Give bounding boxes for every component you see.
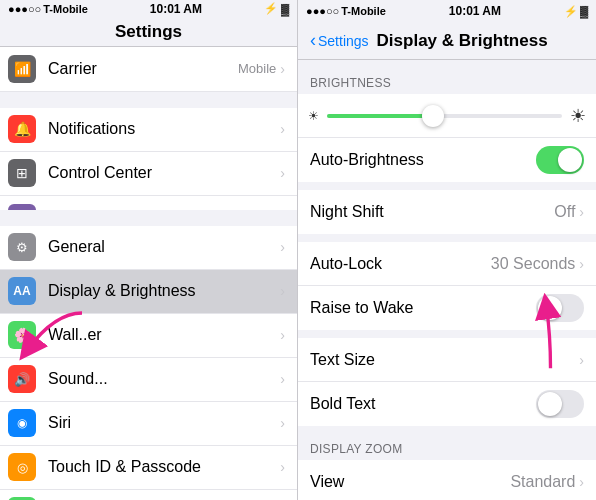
- notifications-icon: 🔔: [8, 115, 36, 143]
- brightness-slider-track[interactable]: [327, 114, 562, 118]
- control-center-label: Control Center: [48, 164, 280, 182]
- night-shift-chevron: ›: [579, 204, 584, 220]
- back-label: Settings: [318, 33, 369, 49]
- text-size-row[interactable]: Text Size ›: [298, 338, 596, 382]
- settings-row-battery[interactable]: 🔋 Battery ›: [0, 490, 297, 500]
- wallpaper-chevron: ›: [280, 327, 285, 343]
- settings-row-touchid[interactable]: ◎ Touch ID & Passcode ›: [0, 446, 297, 490]
- right-battery-icon: ▓: [580, 5, 588, 17]
- text-size-chevron: ›: [579, 352, 584, 368]
- auto-brightness-knob: [558, 148, 582, 172]
- left-signal: ●●●○○ T-Mobile: [8, 3, 88, 15]
- settings-row-display[interactable]: AA Display & Brightness ›: [0, 270, 297, 314]
- brightness-low-icon: ☀: [308, 109, 319, 123]
- right-nav-bar: ‹ Settings Display & Brightness: [298, 22, 596, 60]
- control-center-icon: ⊞: [8, 159, 36, 187]
- view-chevron: ›: [579, 474, 584, 490]
- gap-brightness-top: [298, 60, 596, 68]
- auto-lock-row[interactable]: Auto-Lock 30 Seconds ›: [298, 242, 596, 286]
- siri-icon: ◉: [8, 409, 36, 437]
- night-shift-row[interactable]: Night Shift Off ›: [298, 190, 596, 234]
- auto-brightness-label: Auto-Brightness: [310, 151, 536, 169]
- settings-row-control-center[interactable]: ⊞ Control Center ›: [0, 152, 297, 196]
- back-button[interactable]: ‹ Settings: [310, 30, 369, 51]
- settings-row-siri[interactable]: ◉ Siri ›: [0, 402, 297, 446]
- wallpaper-label: Wall..er: [48, 326, 280, 344]
- notifications-chevron: ›: [280, 121, 285, 137]
- bold-text-toggle[interactable]: [536, 390, 584, 418]
- gap-night-shift: [298, 182, 596, 190]
- gap-1: [0, 92, 297, 108]
- brightness-slider-thumb[interactable]: [422, 105, 444, 127]
- night-shift-label: Night Shift: [310, 203, 554, 221]
- display-icon: AA: [8, 277, 36, 305]
- left-panel: ●●●○○ T-Mobile 10:01 AM ⚡ ▓ Settings 📶 C…: [0, 0, 298, 500]
- signal-dots: ●●●○○: [8, 3, 41, 15]
- touchid-icon: ◎: [8, 453, 36, 481]
- text-size-label: Text Size: [310, 351, 579, 369]
- right-signal: ●●●○○ T-Mobile: [306, 5, 386, 17]
- settings-row-sounds[interactable]: 🔊 Sound... ›: [0, 358, 297, 402]
- view-label: View: [310, 473, 510, 491]
- night-shift-value: Off: [554, 203, 575, 221]
- gap-autolock: [298, 234, 596, 242]
- carrier-label-row: Carrier: [48, 60, 238, 78]
- general-label: General: [48, 238, 280, 256]
- settings-section-2: ⚙ General › AA Display & Brightness › 🌸 …: [0, 226, 297, 500]
- right-bt-icon: ⚡: [564, 5, 578, 18]
- general-chevron: ›: [280, 239, 285, 255]
- auto-lock-value: 30 Seconds: [491, 255, 576, 273]
- right-nav-title: Display & Brightness: [377, 31, 548, 51]
- display-label: Display & Brightness: [48, 282, 280, 300]
- gap-text: [298, 330, 596, 338]
- carrier-value: Mobile: [238, 61, 276, 76]
- bluetooth-icon: ⚡: [264, 2, 278, 15]
- brightness-slider-row[interactable]: ☀ ☀: [298, 94, 596, 138]
- settings-row-general[interactable]: ⚙ General ›: [0, 226, 297, 270]
- view-value: Standard: [510, 473, 575, 491]
- brightness-header: BRIGHTNESS: [298, 68, 596, 94]
- control-center-chevron: ›: [280, 165, 285, 181]
- touchid-chevron: ›: [280, 459, 285, 475]
- display-zoom-header: DISPLAY ZOOM: [298, 434, 596, 460]
- settings-row-wallpaper[interactable]: 🌸 Wall..er ›: [0, 314, 297, 358]
- right-carrier: T-Mobile: [341, 5, 386, 17]
- display-chevron: ›: [280, 283, 285, 299]
- night-shift-section: Night Shift Off ›: [298, 190, 596, 234]
- raise-to-wake-toggle[interactable]: [536, 294, 584, 322]
- settings-row-carrier[interactable]: 📶 Carrier Mobile ›: [0, 47, 297, 91]
- siri-label: Siri: [48, 414, 280, 432]
- text-section: Text Size › Bold Text: [298, 338, 596, 426]
- sounds-chevron: ›: [280, 371, 285, 387]
- left-battery-area: ⚡ ▓: [264, 2, 289, 15]
- settings-row-notifications[interactable]: 🔔 Notifications ›: [0, 108, 297, 152]
- back-chevron-icon: ‹: [310, 30, 316, 51]
- right-status-bar: ●●●○○ T-Mobile 10:01 AM ⚡ ▓: [298, 0, 596, 22]
- gap-display-zoom: [298, 426, 596, 434]
- right-content: BRIGHTNESS ☀ ☀ Auto-Brightness: [298, 60, 596, 500]
- raise-to-wake-row[interactable]: Raise to Wake: [298, 286, 596, 330]
- auto-brightness-row[interactable]: Auto-Brightness: [298, 138, 596, 182]
- right-battery: ⚡ ▓: [564, 5, 588, 18]
- dnd-icon: 🌙: [8, 204, 36, 211]
- view-row[interactable]: View Standard ›: [298, 460, 596, 500]
- auto-brightness-toggle[interactable]: [536, 146, 584, 174]
- bold-text-row[interactable]: Bold Text: [298, 382, 596, 426]
- left-time: 10:01 AM: [150, 2, 202, 16]
- sounds-icon: 🔊: [8, 365, 36, 393]
- siri-chevron: ›: [280, 415, 285, 431]
- brightness-slider-fill: [327, 114, 433, 118]
- battery-icon: ▓: [281, 3, 289, 15]
- raise-to-wake-label: Raise to Wake: [310, 299, 536, 317]
- bold-text-knob: [538, 392, 562, 416]
- settings-section-1: 🔔 Notifications › ⊞ Control Center › 🌙 D…: [0, 108, 297, 211]
- raise-to-wake-knob: [538, 296, 562, 320]
- settings-row-dnd[interactable]: 🌙 Do Not Disturb ›: [0, 196, 297, 211]
- carrier-icon: 📶: [8, 55, 36, 83]
- bold-text-label: Bold Text: [310, 395, 536, 413]
- notifications-label: Notifications: [48, 120, 280, 138]
- auto-lock-chevron: ›: [579, 256, 584, 272]
- auto-lock-label: Auto-Lock: [310, 255, 491, 273]
- right-panel: ●●●○○ T-Mobile 10:01 AM ⚡ ▓ ‹ Settings D…: [298, 0, 596, 500]
- general-icon: ⚙: [8, 233, 36, 261]
